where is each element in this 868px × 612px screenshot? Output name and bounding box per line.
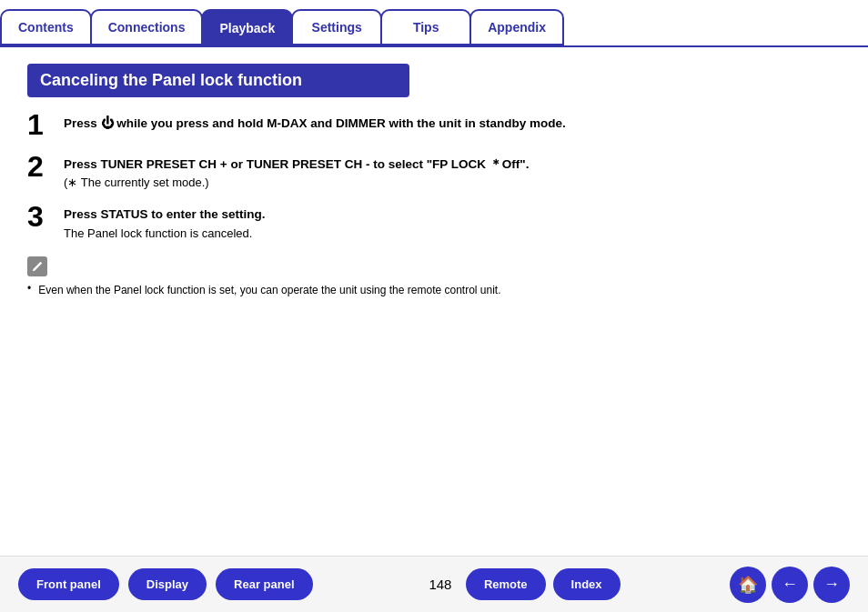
step-1-main-text: Press ⏻ while you press and hold M-DAX a…	[64, 114, 841, 133]
note-bullet: Even when the Panel lock function is set…	[27, 282, 841, 298]
back-button[interactable]: ←	[772, 567, 808, 603]
forward-button[interactable]: →	[813, 567, 850, 603]
bottom-nav-left: Front panel Display Rear panel	[18, 568, 313, 600]
tab-contents[interactable]: Contents	[0, 9, 92, 45]
home-icon: 🏠	[738, 575, 758, 595]
home-button[interactable]: 🏠	[730, 567, 766, 603]
step-1: 1 Press ⏻ while you press and hold M-DAX…	[27, 114, 841, 139]
tab-bar: Contents Connections Playback Settings T…	[0, 0, 868, 47]
step-2: 2 Press TUNER PRESET CH + or TUNER PRESE…	[27, 156, 841, 189]
tab-connections[interactable]: Connections	[90, 9, 204, 45]
tab-appendix[interactable]: Appendix	[469, 9, 564, 45]
step-3-content: Press STATUS to enter the setting. The P…	[64, 206, 841, 239]
bottom-nav-right: 🏠 ← →	[730, 567, 850, 603]
page-number: 148	[422, 577, 459, 592]
remote-button[interactable]: Remote	[466, 568, 546, 600]
step-3-main-text: Press STATUS to enter the setting.	[64, 206, 841, 224]
nav-tabs: Contents Connections Playback Settings T…	[0, 0, 868, 47]
main-content: Canceling the Panel lock function 1 Pres…	[0, 47, 868, 298]
bottom-nav-center: 148 Remote Index	[422, 568, 621, 600]
pencil-icon	[27, 256, 47, 276]
step-3-sub-text: The Panel lock function is canceled.	[64, 226, 841, 240]
bottom-nav: Front panel Display Rear panel 148 Remot…	[0, 556, 868, 612]
tab-settings[interactable]: Settings	[291, 9, 382, 45]
step-3: 3 Press STATUS to enter the setting. The…	[27, 206, 841, 239]
section-title: Canceling the Panel lock function	[27, 64, 409, 97]
index-button[interactable]: Index	[553, 568, 621, 600]
note-text: Even when the Panel lock function is set…	[38, 282, 500, 298]
front-panel-button[interactable]: Front panel	[18, 568, 119, 600]
step-2-content: Press TUNER PRESET CH + or TUNER PRESET …	[64, 156, 841, 189]
display-button[interactable]: Display	[128, 568, 207, 600]
step-1-content: Press ⏻ while you press and hold M-DAX a…	[64, 114, 841, 133]
step-2-main-text: Press TUNER PRESET CH + or TUNER PRESET …	[64, 156, 841, 174]
tab-tips[interactable]: Tips	[380, 9, 471, 45]
step-2-sub-text: (∗ The currently set mode.)	[64, 176, 841, 189]
step-1-number: 1	[27, 110, 64, 139]
note-section: Even when the Panel lock function is set…	[27, 256, 841, 298]
forward-icon: →	[823, 575, 840, 594]
step-3-number: 3	[27, 202, 64, 231]
rear-panel-button[interactable]: Rear panel	[216, 568, 312, 600]
step-2-number: 2	[27, 152, 64, 181]
tab-playback[interactable]: Playback	[201, 9, 293, 45]
back-icon: ←	[782, 575, 798, 594]
